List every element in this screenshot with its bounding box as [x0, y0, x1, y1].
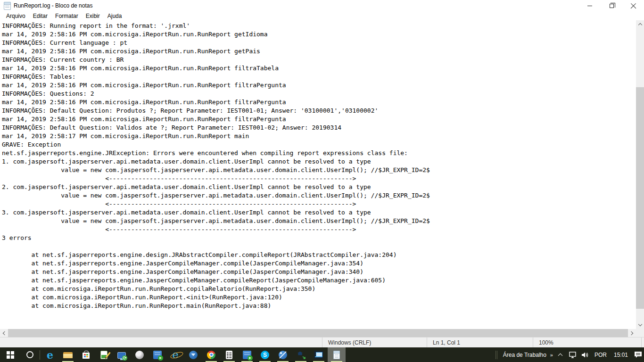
show-hidden-icons-button[interactable] [554, 347, 567, 362]
homesync-icon [297, 351, 305, 359]
toolbar-overflow-chevron[interactable]: » [548, 352, 554, 358]
chrome-taskbar-button[interactable] [202, 347, 220, 362]
menu-arquivo[interactable]: Arquivo [2, 12, 29, 20]
editor-area: INFORMAÇÕES: Running report in the forma… [0, 20, 644, 337]
title-bar: RunReport.log - Bloco de notas [0, 0, 644, 11]
toolbar-gripper-icon[interactable] [495, 351, 499, 359]
status-eol: Windows (CRLF) [322, 337, 427, 347]
action-center-button[interactable] [632, 347, 644, 362]
explorer-icon [63, 351, 73, 358]
chevron-up-icon [638, 23, 642, 27]
calc-icon [226, 351, 232, 359]
menu-ajuda[interactable]: Ajuda [104, 12, 126, 20]
menu-exibir[interactable]: Exibir [82, 12, 104, 20]
status-cursor-position: Ln 1, Col 1 [427, 337, 533, 347]
cortana-icon [26, 351, 33, 358]
appplay2-icon [243, 351, 251, 359]
appplay2-taskbar-button[interactable] [238, 347, 256, 362]
skype-taskbar-button[interactable]: S [256, 347, 274, 362]
volume-button[interactable] [579, 347, 591, 362]
notepad-taskbar-button[interactable] [328, 347, 346, 362]
notepad-icon [333, 351, 340, 359]
window-title: RunReport.log - Bloco de notas [14, 2, 92, 9]
scroll-left-button[interactable] [0, 329, 8, 337]
cortana-taskbar-button[interactable] [21, 347, 39, 362]
thunderbird-taskbar-button[interactable] [184, 347, 202, 362]
system-tray: Área de Trabalho » POR 15:01 [494, 347, 644, 362]
earth-taskbar-button[interactable] [131, 347, 149, 362]
notification-icon [634, 351, 642, 358]
horizontal-scrollbar[interactable] [0, 329, 636, 337]
taskbar-buttons: eeS [0, 347, 346, 362]
restore-button[interactable] [601, 0, 622, 11]
notepad-app-icon [4, 2, 11, 10]
scrollbar-corner [636, 329, 644, 337]
language-indicator[interactable]: POR [591, 352, 610, 358]
chevron-left-icon [3, 331, 7, 335]
appplay-icon [153, 351, 162, 359]
network-status-button[interactable] [567, 347, 579, 362]
restore-icon [610, 4, 614, 8]
window-controls [579, 0, 644, 11]
menu-formatar[interactable]: Formatar [51, 12, 82, 20]
vertical-scrollbar-thumb[interactable] [636, 87, 644, 309]
scroll-up-button[interactable] [636, 20, 644, 28]
edge-icon: e [47, 350, 53, 360]
remote-icon [117, 352, 126, 359]
homesync-taskbar-button[interactable] [292, 347, 310, 362]
npp-taskbar-button[interactable] [95, 347, 113, 362]
skype-icon: S [261, 351, 269, 359]
calc-taskbar-button[interactable] [220, 347, 238, 362]
ie-taskbar-button[interactable]: e [166, 347, 184, 362]
store-icon [83, 353, 90, 359]
close-icon [630, 3, 636, 9]
status-tail [641, 337, 644, 347]
taskbar: eeS Área de Trabalho » POR 15:01 [0, 347, 644, 362]
remote-taskbar-button[interactable] [113, 347, 131, 362]
chevron-right-icon [629, 331, 633, 335]
start-icon [7, 351, 14, 359]
horizontal-scrollbar-thumb[interactable] [8, 329, 628, 337]
store-taskbar-button[interactable] [77, 347, 95, 362]
ie-icon: e [172, 350, 178, 360]
status-bar: Windows (CRLF) Ln 1, Col 1 100% [0, 337, 644, 347]
edge-taskbar-button[interactable]: e [41, 347, 59, 362]
menu-bar: ArquivoEditarFormatarExibirAjuda [0, 11, 644, 20]
globetool-icon [279, 351, 287, 359]
minimize-icon [587, 6, 592, 6]
status-zoom-level: 100% [533, 337, 641, 347]
desktop-toolbar-label[interactable]: Área de Trabalho [501, 352, 548, 358]
earth-icon [135, 351, 144, 359]
scroll-right-button[interactable] [628, 329, 636, 337]
volume-icon [581, 352, 589, 358]
laptop-icon [314, 351, 323, 359]
taskbar-clock[interactable]: 15:01 [610, 352, 632, 358]
npp-icon [100, 351, 107, 359]
minimize-button[interactable] [579, 0, 601, 11]
notepad-window: RunReport.log - Bloco de notas ArquivoEd… [0, 0, 644, 347]
vertical-scrollbar[interactable] [636, 20, 644, 329]
menu-editar[interactable]: Editar [29, 12, 51, 20]
thunderbird-icon [189, 351, 198, 359]
appplay-taskbar-button[interactable] [149, 347, 166, 362]
status-spacer [0, 337, 322, 347]
globetool-taskbar-button[interactable] [274, 347, 292, 362]
close-button[interactable] [622, 0, 644, 11]
chevron-up-icon [558, 354, 563, 358]
network-icon [569, 352, 577, 358]
log-text[interactable]: INFORMAÇÕES: Running report in the forma… [0, 20, 644, 310]
chevron-down-icon [638, 322, 642, 326]
scroll-down-button[interactable] [636, 321, 644, 329]
chrome-icon [207, 351, 215, 359]
explorer-taskbar-button[interactable] [59, 347, 77, 362]
start-taskbar-button[interactable] [0, 347, 21, 362]
laptop-taskbar-button[interactable] [310, 347, 328, 362]
